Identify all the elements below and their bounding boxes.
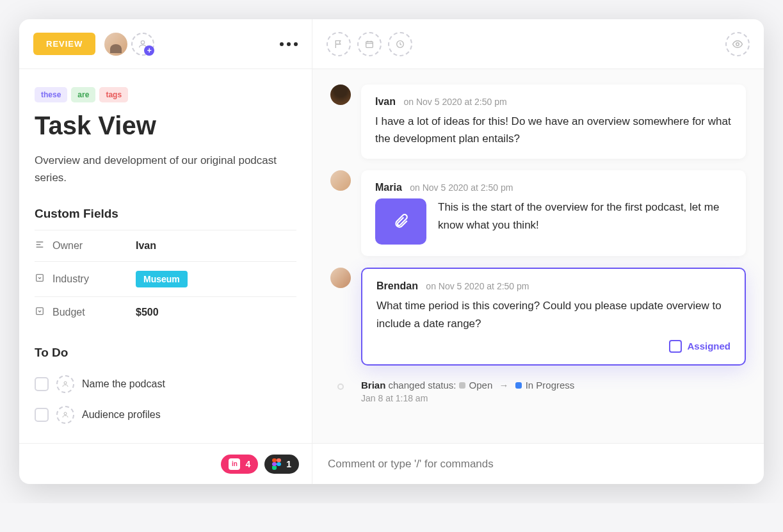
toolbar-icons bbox=[327, 32, 412, 56]
figma-badge[interactable]: 1 bbox=[264, 455, 299, 474]
todo-assignee-button[interactable] bbox=[56, 375, 74, 393]
activity-entry: Brian changed status: Open → In Progress… bbox=[330, 377, 746, 404]
comment-author: Maria bbox=[375, 182, 402, 193]
dropdown-field-icon bbox=[35, 306, 52, 319]
svg-rect-1 bbox=[366, 42, 373, 47]
assigned-label: Assigned bbox=[687, 341, 731, 351]
custom-fields-heading: Custom Fields bbox=[35, 207, 296, 221]
svg-point-7 bbox=[64, 412, 67, 415]
comment-avatar[interactable] bbox=[330, 170, 351, 191]
comment-author: Brendan bbox=[376, 280, 418, 291]
activity-pane: Ivan on Nov 5 2020 at 2:50 pm I have a l… bbox=[312, 69, 764, 443]
field-label: Budget bbox=[52, 307, 136, 318]
field-value-chip[interactable]: Museum bbox=[136, 271, 188, 287]
field-value[interactable]: $500 bbox=[136, 307, 159, 318]
tag[interactable]: are bbox=[71, 87, 95, 102]
assignee-avatars bbox=[104, 33, 154, 56]
status-to: In Progress bbox=[526, 380, 575, 391]
svg-rect-5 bbox=[36, 308, 44, 315]
calendar-icon[interactable] bbox=[357, 32, 382, 56]
activity-actor: Brian bbox=[361, 380, 385, 391]
field-owner: Owner Ivan bbox=[35, 230, 296, 261]
assigned-checkbox[interactable] bbox=[669, 340, 682, 353]
topbar-left: REVIEW bbox=[19, 19, 312, 69]
field-label: Industry bbox=[52, 273, 136, 285]
todo-label: Audience profiles bbox=[82, 409, 161, 421]
svg-rect-4 bbox=[36, 275, 44, 282]
comment-card[interactable]: Ivan on Nov 5 2020 at 2:50 pm I have a l… bbox=[361, 85, 746, 159]
add-assignee-button[interactable] bbox=[131, 33, 154, 56]
dropdown-field-icon bbox=[35, 273, 52, 286]
assignee-avatar[interactable] bbox=[104, 33, 127, 56]
tags-row: these are tags bbox=[35, 87, 296, 102]
comment-timestamp: on Nov 5 2020 at 2:50 pm bbox=[410, 182, 513, 193]
todo-label: Name the podcast bbox=[82, 378, 165, 390]
footer: in 4 1 bbox=[19, 443, 764, 484]
comment-avatar[interactable] bbox=[330, 85, 351, 105]
comment-author: Ivan bbox=[375, 96, 396, 107]
comment-body: This is the start of the overview for th… bbox=[438, 198, 732, 233]
plus-icon bbox=[144, 45, 154, 56]
topbar: REVIEW bbox=[19, 19, 764, 69]
todo-checkbox[interactable] bbox=[35, 377, 49, 391]
todo-section: To Do Name the podcast Audience profiles bbox=[35, 346, 296, 430]
activity-action: changed status: bbox=[389, 380, 456, 391]
todo-heading: To Do bbox=[35, 346, 296, 360]
status-color-icon bbox=[515, 382, 522, 389]
integration-count: 4 bbox=[245, 459, 250, 469]
field-industry: Industry Museum bbox=[35, 261, 296, 296]
activity-text: Brian changed status: Open → In Progress bbox=[361, 380, 574, 391]
topbar-right bbox=[312, 19, 764, 69]
field-label: Owner bbox=[52, 240, 136, 252]
page-title: Task View bbox=[35, 111, 296, 140]
attachment-icon[interactable] bbox=[375, 198, 426, 245]
invision-badge[interactable]: in 4 bbox=[221, 455, 258, 474]
footer-left: in 4 1 bbox=[19, 444, 312, 484]
left-pane: these are tags Task View Overview and de… bbox=[19, 69, 312, 443]
clock-icon[interactable] bbox=[388, 32, 412, 56]
page-description: Overview and development of our original… bbox=[35, 152, 296, 186]
svg-point-6 bbox=[64, 382, 67, 384]
invision-icon: in bbox=[229, 458, 240, 470]
arrow-icon: → bbox=[499, 380, 508, 391]
todo-item: Audience profiles bbox=[35, 399, 296, 430]
comment-timestamp: on Nov 5 2020 at 2:50 pm bbox=[426, 281, 529, 291]
status-color-icon bbox=[459, 382, 465, 389]
todo-assignee-button[interactable] bbox=[56, 406, 74, 424]
tag[interactable]: these bbox=[35, 87, 67, 102]
svg-point-0 bbox=[141, 40, 145, 44]
todo-checkbox[interactable] bbox=[35, 408, 49, 422]
text-field-icon bbox=[35, 239, 52, 252]
todo-item: Name the podcast bbox=[35, 369, 296, 399]
activity-dot-icon bbox=[337, 383, 344, 390]
field-budget: Budget $500 bbox=[35, 296, 296, 328]
comment-input[interactable] bbox=[328, 458, 748, 471]
comment-body: What time period is this covering? Could… bbox=[376, 297, 731, 332]
comment-timestamp: on Nov 5 2020 at 2:50 pm bbox=[403, 97, 506, 107]
comment-card-assigned[interactable]: Brendan on Nov 5 2020 at 2:50 pm What ti… bbox=[361, 268, 746, 365]
watch-icon[interactable] bbox=[725, 32, 750, 56]
comment-card[interactable]: Maria on Nov 5 2020 at 2:50 pm This is t… bbox=[361, 170, 746, 256]
comment-body: I have a lot of ideas for this! Do we ha… bbox=[375, 113, 732, 147]
field-value[interactable]: Ivan bbox=[136, 240, 156, 252]
activity-timestamp: Jan 8 at 1:18 am bbox=[361, 393, 574, 403]
footer-right bbox=[312, 444, 764, 484]
more-menu-button[interactable] bbox=[280, 42, 298, 46]
assigned-indicator[interactable]: Assigned bbox=[376, 340, 731, 353]
tag[interactable]: tags bbox=[99, 87, 128, 102]
task-window: REVIEW bbox=[19, 19, 764, 484]
comment: Maria on Nov 5 2020 at 2:50 pm This is t… bbox=[330, 170, 746, 256]
comment: Ivan on Nov 5 2020 at 2:50 pm I have a l… bbox=[330, 85, 746, 159]
figma-icon bbox=[272, 458, 281, 470]
main: these are tags Task View Overview and de… bbox=[19, 69, 764, 443]
comment: Brendan on Nov 5 2020 at 2:50 pm What ti… bbox=[330, 268, 746, 365]
svg-point-3 bbox=[736, 42, 739, 45]
integration-count: 1 bbox=[286, 459, 291, 469]
status-badge[interactable]: REVIEW bbox=[33, 33, 95, 55]
comment-avatar[interactable] bbox=[330, 268, 351, 288]
flag-icon[interactable] bbox=[327, 32, 351, 56]
status-from: Open bbox=[469, 380, 493, 391]
